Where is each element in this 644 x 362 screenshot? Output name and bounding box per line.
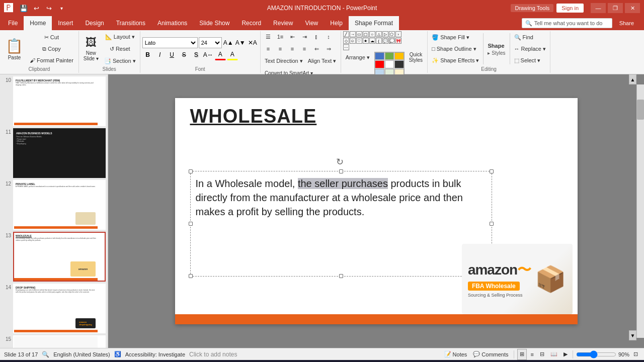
ribbon-search[interactable]: 🔍 Tell me what you want to do [522,18,612,28]
scroll-up-button[interactable]: ▲ [629,74,636,84]
share-button[interactable]: Share [615,20,638,26]
tab-slideshow[interactable]: Slide Show [193,16,235,30]
minimize-button[interactable]: — [591,3,606,13]
new-slide-button[interactable]: 🖼 NewSlide ▾ [81,32,101,65]
sign-in-button[interactable]: Sign in [556,4,584,13]
select-button[interactable]: ⬚ Select ▾ [512,55,548,66]
star-icon[interactable]: ★ [363,38,369,44]
notes-area[interactable]: Click to add notes [189,351,438,358]
reset-button[interactable]: ↺ Reset [102,43,138,54]
copy-button[interactable]: ⧉ Copy [28,43,75,54]
font-size-select[interactable]: 24 [199,37,222,48]
handle-tr[interactable] [490,169,494,173]
slide-thumb-12[interactable]: 12 PRIVATE LABEL A PRIVATE LABEL product… [2,180,106,230]
handle-ml[interactable] [189,222,193,226]
ribbon-icon[interactable]: 🎀 [395,38,401,44]
fit-slide-button[interactable]: ⊡ [631,349,640,360]
slide-thumb-14[interactable]: 14 DROP SHIPPING Dropshipping is an orde… [2,284,106,333]
handle-bm[interactable] [339,274,343,278]
zoom-slider[interactable] [576,350,616,358]
slide-img-14[interactable]: DROP SHIPPING Dropshipping is an order f… [13,284,106,333]
bold-button[interactable]: B [142,49,153,60]
diamond-icon[interactable]: ◇ [343,38,349,44]
cut-button[interactable]: ✂ Cut [28,32,75,43]
shadow-button[interactable]: S [191,49,202,60]
customize-button[interactable]: ▾ [56,3,67,14]
justify-button[interactable]: ≡ [299,43,310,54]
increase-indent-button[interactable]: ⇥ [299,31,310,42]
tab-file[interactable]: File [2,16,24,30]
language-label[interactable]: English (United States) [53,351,110,357]
font-color-button[interactable]: A [215,49,226,60]
slide-thumb-13[interactable]: 13 WHOLESALE In a Wholesale model, the s… [2,232,106,282]
rect-icon[interactable]: ▭ [356,31,362,37]
bullets-button[interactable]: ☰ [263,31,274,42]
clear-format-button[interactable]: ✕A [247,37,258,48]
slide-img-13[interactable]: WHOLESALE In a Wholesale model, the sell… [13,232,106,282]
tab-home[interactable]: Home [24,16,52,30]
strikethrough-button[interactable]: S [179,49,190,60]
align-right-button[interactable]: ≡ [287,43,298,54]
cloud-icon[interactable]: ☁ [369,38,375,44]
notes-button[interactable]: 📝 Notes [442,349,469,360]
speech-icon[interactable]: 💭 [389,38,395,44]
slide-img-12[interactable]: PRIVATE LABEL A PRIVATE LABEL product is… [13,180,106,230]
close-button[interactable]: ✕ [625,3,640,13]
slideshow-button[interactable]: ▶ [561,349,570,360]
chevron-icon[interactable]: › [395,31,401,37]
quick-styles-box[interactable] [374,52,405,77]
replace-button[interactable]: ↔ Replace ▾ [512,43,548,54]
decrease-indent-button[interactable]: ⇤ [287,31,298,42]
underline-button[interactable]: U [167,49,178,60]
handle-tl[interactable] [189,169,193,173]
redo-button[interactable]: ↪ [43,3,54,14]
handle-bl[interactable] [189,274,193,278]
decrease-font-button[interactable]: A▼ [235,37,246,48]
layout-button[interactable]: 📐 Layout ▾ [102,31,138,42]
arrange-button[interactable]: Arrange ▾ [343,52,372,63]
tab-record[interactable]: Record [235,16,267,30]
tab-insert[interactable]: Insert [52,16,79,30]
handle-mr[interactable] [490,222,494,226]
tab-design[interactable]: Design [79,16,110,30]
text-direction-button[interactable]: Text Direction ▾ [263,55,305,66]
outline-view-button[interactable]: ≡ [529,349,536,360]
paste-button[interactable]: 📋 Paste [2,32,27,65]
line-spacing-button[interactable]: ↕ [323,31,334,42]
columns-button[interactable]: ⫿ [311,31,322,42]
text-box-selected[interactable]: ↻ In a Wholesale model, the seller purch… [190,171,492,277]
slide-thumb-11[interactable]: 11 AMAZON BUSINESS MODELS There are 3 Am… [2,128,106,178]
ltr-button[interactable]: ⇒ [323,43,334,54]
tab-animations[interactable]: Animations [151,16,193,30]
align-left-button[interactable]: ≡ [263,43,274,54]
accessibility-label[interactable]: Accessibility: Investigate [125,351,185,357]
restore-button[interactable]: ❐ [608,3,623,13]
slide-img-10[interactable]: FULFILLMENT BY MERCHANT (FBM) FBM: Fulfi… [13,76,106,126]
align-center-button[interactable]: ≡ [275,43,286,54]
slide-sorter-button[interactable]: ⊟ [538,349,546,360]
more-shapes-icon[interactable]: ⋯ [343,44,349,50]
rotate-handle[interactable]: ↻ [336,156,344,167]
format-painter-button[interactable]: 🖌 Format Painter [28,55,75,66]
slide-img-11[interactable]: AMAZON BUSINESS MODELS There are 3 Amazo… [13,128,106,178]
rtl-button[interactable]: ⇐ [311,43,322,54]
italic-button[interactable]: I [154,49,166,60]
tab-help[interactable]: Help [324,16,349,30]
tab-review[interactable]: Review [267,16,299,30]
highlight-button[interactable]: A [227,49,238,60]
smiley-icon[interactable]: ☺ [350,38,356,44]
rtriangle-icon[interactable]: ▷ [382,31,388,37]
tab-transitions[interactable]: Transitions [110,16,151,30]
slide-panel[interactable]: 10 FULFILLMENT BY MERCHANT (FBM) FBM: Fu… [0,74,108,348]
comments-button[interactable]: 💬 Comments [471,349,510,360]
font-name-select[interactable]: Lato [142,37,198,48]
normal-view-button[interactable]: ⊞ [517,349,527,360]
callout-icon[interactable]: 💬 [382,38,388,44]
section-button[interactable]: 📑 Section ▾ [102,55,138,66]
reading-view-button[interactable]: 📖 [548,349,559,360]
tab-view[interactable]: View [299,16,324,30]
undo-button[interactable]: ↩ [31,3,42,14]
line-icon[interactable]: ╱ [343,31,349,37]
quick-styles-label[interactable]: QuickStyles [407,52,425,63]
increase-font-button[interactable]: A▲ [223,37,234,48]
